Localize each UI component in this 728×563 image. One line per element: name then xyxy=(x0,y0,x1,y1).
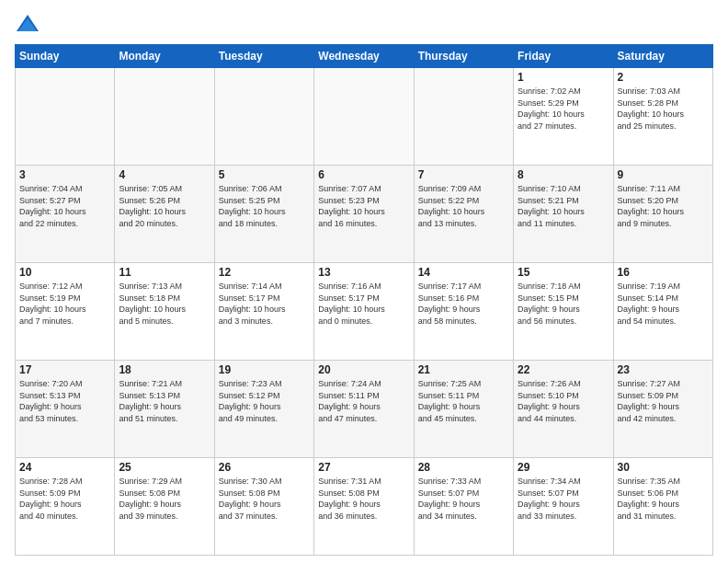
day-number: 25 xyxy=(119,461,210,474)
calendar-cell: 15Sunrise: 7:18 AM Sunset: 5:15 PM Dayli… xyxy=(514,263,613,361)
calendar-table: SundayMondayTuesdayWednesdayThursdayFrid… xyxy=(15,44,713,556)
week-row-3: 10Sunrise: 7:12 AM Sunset: 5:19 PM Dayli… xyxy=(16,263,713,361)
day-number: 16 xyxy=(618,266,709,279)
day-number: 4 xyxy=(119,168,210,181)
calendar-cell: 18Sunrise: 7:21 AM Sunset: 5:13 PM Dayli… xyxy=(115,361,214,458)
weekday-header-thursday: Thursday xyxy=(414,45,513,68)
calendar-cell: 20Sunrise: 7:24 AM Sunset: 5:11 PM Dayli… xyxy=(314,361,414,458)
day-info: Sunrise: 7:35 AM Sunset: 5:06 PM Dayligh… xyxy=(618,476,709,522)
calendar-cell: 17Sunrise: 7:20 AM Sunset: 5:13 PM Dayli… xyxy=(16,361,115,458)
calendar-cell: 24Sunrise: 7:28 AM Sunset: 5:09 PM Dayli… xyxy=(16,458,115,556)
calendar-cell xyxy=(214,68,313,166)
calendar-cell: 14Sunrise: 7:17 AM Sunset: 5:16 PM Dayli… xyxy=(414,263,513,361)
calendar-cell: 4Sunrise: 7:05 AM Sunset: 5:26 PM Daylig… xyxy=(115,166,214,263)
day-number: 27 xyxy=(318,461,409,474)
day-info: Sunrise: 7:26 AM Sunset: 5:10 PM Dayligh… xyxy=(518,378,609,424)
day-info: Sunrise: 7:27 AM Sunset: 5:09 PM Dayligh… xyxy=(618,378,709,424)
day-info: Sunrise: 7:06 AM Sunset: 5:25 PM Dayligh… xyxy=(219,183,310,229)
calendar-cell: 10Sunrise: 7:12 AM Sunset: 5:19 PM Dayli… xyxy=(16,263,115,361)
day-number: 19 xyxy=(219,363,310,376)
weekday-header-saturday: Saturday xyxy=(613,45,712,68)
week-row-2: 3Sunrise: 7:04 AM Sunset: 5:27 PM Daylig… xyxy=(16,166,713,263)
logo-icon xyxy=(15,11,40,37)
day-number: 7 xyxy=(418,168,509,181)
day-number: 15 xyxy=(518,266,609,279)
day-number: 6 xyxy=(318,168,409,181)
calendar-cell: 27Sunrise: 7:31 AM Sunset: 5:08 PM Dayli… xyxy=(314,458,414,556)
day-info: Sunrise: 7:34 AM Sunset: 5:07 PM Dayligh… xyxy=(518,476,609,522)
calendar-cell: 2Sunrise: 7:03 AM Sunset: 5:28 PM Daylig… xyxy=(613,68,712,166)
weekday-header-friday: Friday xyxy=(514,45,613,68)
calendar-cell xyxy=(414,68,513,166)
page: SundayMondayTuesdayWednesdayThursdayFrid… xyxy=(0,0,728,563)
calendar-cell: 25Sunrise: 7:29 AM Sunset: 5:08 PM Dayli… xyxy=(115,458,214,556)
week-row-5: 24Sunrise: 7:28 AM Sunset: 5:09 PM Dayli… xyxy=(16,458,713,556)
day-number: 17 xyxy=(19,363,110,376)
day-info: Sunrise: 7:11 AM Sunset: 5:20 PM Dayligh… xyxy=(618,183,709,229)
day-number: 24 xyxy=(19,461,110,474)
calendar-cell: 28Sunrise: 7:33 AM Sunset: 5:07 PM Dayli… xyxy=(414,458,513,556)
calendar-cell: 19Sunrise: 7:23 AM Sunset: 5:12 PM Dayli… xyxy=(214,361,313,458)
day-number: 22 xyxy=(518,363,609,376)
calendar-cell: 8Sunrise: 7:10 AM Sunset: 5:21 PM Daylig… xyxy=(514,166,613,263)
day-info: Sunrise: 7:16 AM Sunset: 5:17 PM Dayligh… xyxy=(318,281,409,327)
day-info: Sunrise: 7:09 AM Sunset: 5:22 PM Dayligh… xyxy=(418,183,509,229)
day-number: 9 xyxy=(618,168,709,181)
calendar-cell: 13Sunrise: 7:16 AM Sunset: 5:17 PM Dayli… xyxy=(314,263,414,361)
day-info: Sunrise: 7:05 AM Sunset: 5:26 PM Dayligh… xyxy=(119,183,210,229)
calendar-cell: 29Sunrise: 7:34 AM Sunset: 5:07 PM Dayli… xyxy=(514,458,613,556)
calendar-cell: 6Sunrise: 7:07 AM Sunset: 5:23 PM Daylig… xyxy=(314,166,414,263)
calendar-cell: 12Sunrise: 7:14 AM Sunset: 5:17 PM Dayli… xyxy=(214,263,313,361)
day-info: Sunrise: 7:33 AM Sunset: 5:07 PM Dayligh… xyxy=(418,476,509,522)
day-number: 29 xyxy=(518,461,609,474)
calendar-cell: 26Sunrise: 7:30 AM Sunset: 5:08 PM Dayli… xyxy=(214,458,313,556)
day-info: Sunrise: 7:12 AM Sunset: 5:19 PM Dayligh… xyxy=(19,281,110,327)
calendar-cell: 1Sunrise: 7:02 AM Sunset: 5:29 PM Daylig… xyxy=(514,68,613,166)
day-number: 20 xyxy=(318,363,409,376)
day-info: Sunrise: 7:18 AM Sunset: 5:15 PM Dayligh… xyxy=(518,281,609,327)
day-number: 10 xyxy=(19,266,110,279)
calendar-cell: 11Sunrise: 7:13 AM Sunset: 5:18 PM Dayli… xyxy=(115,263,214,361)
day-number: 11 xyxy=(119,266,210,279)
day-info: Sunrise: 7:10 AM Sunset: 5:21 PM Dayligh… xyxy=(518,183,609,229)
weekday-header-tuesday: Tuesday xyxy=(214,45,313,68)
day-info: Sunrise: 7:29 AM Sunset: 5:08 PM Dayligh… xyxy=(119,476,210,522)
day-info: Sunrise: 7:30 AM Sunset: 5:08 PM Dayligh… xyxy=(219,476,310,522)
day-info: Sunrise: 7:17 AM Sunset: 5:16 PM Dayligh… xyxy=(418,281,509,327)
day-info: Sunrise: 7:23 AM Sunset: 5:12 PM Dayligh… xyxy=(219,378,310,424)
calendar-cell: 21Sunrise: 7:25 AM Sunset: 5:11 PM Dayli… xyxy=(414,361,513,458)
calendar-cell xyxy=(115,68,214,166)
day-info: Sunrise: 7:07 AM Sunset: 5:23 PM Dayligh… xyxy=(318,183,409,229)
day-number: 2 xyxy=(618,71,709,84)
day-info: Sunrise: 7:04 AM Sunset: 5:27 PM Dayligh… xyxy=(19,183,110,229)
day-number: 21 xyxy=(418,363,509,376)
day-number: 12 xyxy=(219,266,310,279)
day-number: 8 xyxy=(518,168,609,181)
logo xyxy=(15,11,44,37)
day-number: 5 xyxy=(219,168,310,181)
day-number: 18 xyxy=(119,363,210,376)
header xyxy=(15,11,713,37)
calendar-cell: 23Sunrise: 7:27 AM Sunset: 5:09 PM Dayli… xyxy=(613,361,712,458)
day-info: Sunrise: 7:19 AM Sunset: 5:14 PM Dayligh… xyxy=(618,281,709,327)
day-number: 26 xyxy=(219,461,310,474)
day-number: 28 xyxy=(418,461,509,474)
weekday-header-sunday: Sunday xyxy=(16,45,115,68)
calendar-cell: 22Sunrise: 7:26 AM Sunset: 5:10 PM Dayli… xyxy=(514,361,613,458)
day-number: 30 xyxy=(618,461,709,474)
day-info: Sunrise: 7:25 AM Sunset: 5:11 PM Dayligh… xyxy=(418,378,509,424)
day-info: Sunrise: 7:21 AM Sunset: 5:13 PM Dayligh… xyxy=(119,378,210,424)
day-number: 1 xyxy=(518,71,609,84)
calendar-cell: 3Sunrise: 7:04 AM Sunset: 5:27 PM Daylig… xyxy=(16,166,115,263)
day-info: Sunrise: 7:14 AM Sunset: 5:17 PM Dayligh… xyxy=(219,281,310,327)
calendar-cell: 16Sunrise: 7:19 AM Sunset: 5:14 PM Dayli… xyxy=(613,263,712,361)
weekday-header-monday: Monday xyxy=(115,45,214,68)
weekday-header-wednesday: Wednesday xyxy=(314,45,414,68)
day-number: 13 xyxy=(318,266,409,279)
day-info: Sunrise: 7:03 AM Sunset: 5:28 PM Dayligh… xyxy=(618,86,709,132)
calendar-cell: 9Sunrise: 7:11 AM Sunset: 5:20 PM Daylig… xyxy=(613,166,712,263)
day-number: 14 xyxy=(418,266,509,279)
calendar-cell: 30Sunrise: 7:35 AM Sunset: 5:06 PM Dayli… xyxy=(613,458,712,556)
calendar-cell: 5Sunrise: 7:06 AM Sunset: 5:25 PM Daylig… xyxy=(214,166,313,263)
calendar-cell xyxy=(314,68,414,166)
